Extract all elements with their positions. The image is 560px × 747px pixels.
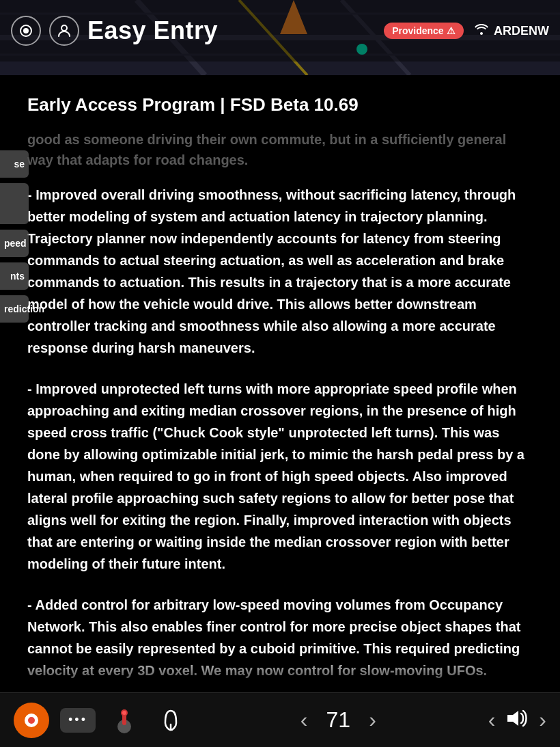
joystick-icon	[110, 706, 139, 735]
bottom-left-icons: •••	[14, 703, 188, 738]
dots-icon: •••	[68, 713, 87, 727]
ardenw-label: ARDENW	[475, 24, 549, 38]
sidebar-item-speed[interactable]: peed	[0, 230, 29, 257]
profile-icon-button[interactable]	[49, 16, 79, 46]
prev-page-button[interactable]: ‹	[300, 707, 308, 733]
person-icon	[56, 23, 72, 39]
content-area[interactable]: good as someone driving their own commut…	[0, 129, 560, 692]
providence-alert-icon: ⚠	[447, 25, 456, 36]
bottom-navigation-bar: ••• ‹ 71 › ‹	[0, 692, 560, 747]
volume-icon	[505, 708, 529, 733]
page-number: 71	[321, 707, 355, 733]
volume-next-button[interactable]: ›	[539, 707, 546, 733]
record-button[interactable]	[14, 703, 49, 738]
paragraph-2: - Improved unprotected left turns with m…	[27, 378, 533, 575]
phone-button[interactable]	[153, 703, 188, 738]
next-page-button[interactable]: ›	[369, 707, 376, 733]
joystick-button[interactable]	[107, 703, 142, 738]
record-icon	[23, 711, 40, 729]
article-title: Early Access Program | FSD Beta 10.69	[0, 75, 560, 129]
pagination-nav: ‹ 71 ›	[300, 707, 376, 733]
main-content: Early Access Program | FSD Beta 10.69 go…	[0, 75, 560, 692]
page-title-header: Easy Entry	[87, 16, 384, 45]
volume-prev-button[interactable]: ‹	[488, 707, 496, 733]
volume-controls: ‹ ›	[488, 707, 546, 733]
phone-icon	[158, 708, 183, 733]
sidebar-item-empty[interactable]	[0, 183, 29, 224]
svg-point-13	[28, 717, 35, 724]
content-fade-overlay	[0, 651, 560, 692]
faded-intro-text: good as someone driving their own commut…	[27, 129, 533, 170]
more-options-button[interactable]: •••	[60, 708, 96, 733]
providence-label: Providence	[392, 25, 443, 36]
providence-badge: Providence ⚠	[384, 23, 463, 39]
svg-marker-18	[507, 711, 518, 726]
camera-icon	[18, 23, 34, 39]
speaker-icon	[505, 708, 529, 729]
sidebar-item-nts[interactable]: nts	[0, 262, 29, 290]
svg-point-10	[23, 28, 29, 33]
svg-point-17	[122, 711, 126, 715]
header-bar: Easy Entry Providence ⚠ ARDENW	[0, 0, 560, 62]
wifi-icon	[475, 24, 488, 35]
paragraph-1: - Improved overall driving smoothness, w…	[27, 184, 533, 359]
sidebar-item-se[interactable]: se	[0, 150, 29, 178]
camera-icon-button[interactable]	[11, 16, 41, 46]
sidebar-item-rediction[interactable]: rediction	[0, 295, 29, 323]
svg-point-11	[61, 25, 67, 31]
header-right-section: Providence ⚠ ARDENW	[384, 23, 549, 39]
sidebar-left: se peed nts rediction	[0, 150, 29, 323]
